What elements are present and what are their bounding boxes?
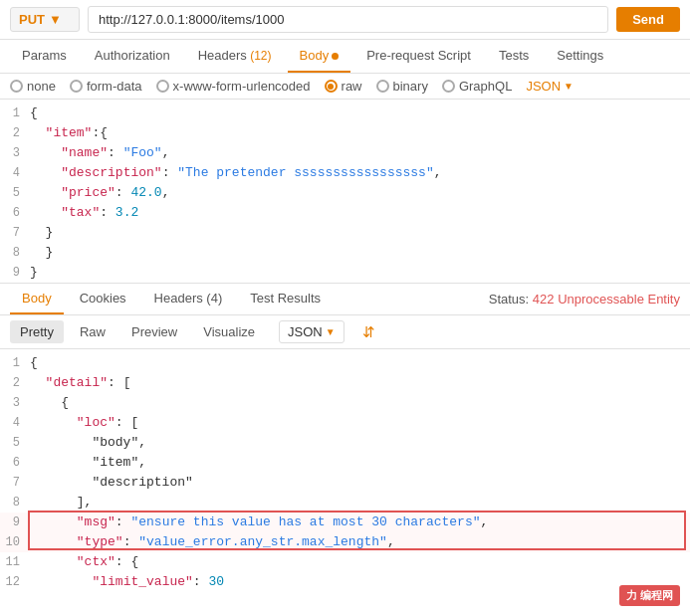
line-num: 8 [0,493,30,513]
code-line: 7 "description" [0,473,690,493]
body-type-label: binary [393,79,428,94]
send-button[interactable]: Send [616,7,680,32]
request-tab-params[interactable]: Params [10,40,79,73]
code-line: 1{ [0,103,690,123]
status-label: Status: [489,292,529,307]
line-content: { [30,103,690,123]
line-content: "item":{ [30,123,690,143]
code-line: 2 "detail": [ [0,373,690,393]
line-num: 2 [0,123,30,143]
body-type-raw[interactable]: raw [325,79,362,94]
url-bar: PUT ▼ Send [0,0,690,40]
line-num: 4 [0,413,30,433]
request-tab-tests[interactable]: Tests [487,40,541,73]
request-tab-authorization[interactable]: Authorization [83,40,182,73]
format-btn-visualize[interactable]: Visualize [193,320,265,343]
body-type-form-data[interactable]: form-data [70,79,142,94]
status-area: Status: 422 Unprocessable Entity [489,292,680,307]
response-format-select[interactable]: JSON▼ [279,320,345,343]
line-num: 7 [0,223,30,243]
line-num: 12 [0,572,30,592]
request-tab-headers[interactable]: Headers (12) [186,40,284,73]
radio-dot [442,80,455,93]
wrap-button[interactable]: ⇵ [356,321,381,343]
line-content: "body", [30,433,690,453]
line-content: { [30,393,690,413]
format-btn-raw[interactable]: Raw [70,320,115,343]
code-line: 5 "body", [0,433,690,453]
line-num: 5 [0,183,30,203]
watermark-icon: ⼒ [626,588,637,603]
json-label: JSON [526,79,561,94]
line-content: "item", [30,453,690,473]
response-tab-body[interactable]: Body [10,284,64,314]
body-type-bar: noneform-datax-www-form-urlencodedrawbin… [0,74,690,100]
code-line: 8 } [0,243,690,263]
highlighted-code-line: 9 "msg": "ensure this value has at most … [0,513,690,532]
line-content: "limit_value": 30 [30,572,690,592]
response-tabs: BodyCookiesHeaders (4)Test Results [10,284,333,314]
line-content: "ctx": { [30,552,690,572]
code-line: 7 } [0,223,690,243]
response-tab-test-results[interactable]: Test Results [238,284,333,314]
response-tab-headers[interactable]: Headers (4) [142,284,235,314]
line-num: 11 [0,552,30,572]
code-line: 4 "description": "The pretender ssssssss… [0,163,690,183]
response-code-area[interactable]: 1{2 "detail": [3 {4 "loc": [5 "body",6 "… [0,349,690,593]
method-select[interactable]: PUT ▼ [10,7,80,32]
radio-dot [156,80,169,93]
line-num: 8 [0,243,30,263]
line-content: "description" [30,473,690,493]
request-code-area[interactable]: 1{2 "item":{3 "name": "Foo",4 "descripti… [0,100,690,284]
response-tab-bar: BodyCookiesHeaders (4)Test Results Statu… [0,284,690,315]
line-num: 4 [0,163,30,183]
line-num: 10 [0,532,30,552]
body-type-x-www-form-urlencoded[interactable]: x-www-form-urlencoded [156,79,311,94]
format-chevron: ▼ [326,326,336,337]
method-label: PUT [19,12,45,27]
line-num: 3 [0,143,30,163]
body-type-label: x-www-form-urlencoded [173,79,311,94]
highlighted-code-line: 10 "type": "value_error.any_str.max_leng… [0,532,690,552]
request-tab-settings[interactable]: Settings [545,40,615,73]
line-content: "name": "Foo", [30,143,690,163]
code-line: 8 ], [0,493,690,513]
body-type-binary[interactable]: binary [376,79,428,94]
url-input[interactable] [88,6,608,33]
line-num: 9 [0,263,30,283]
body-type-none[interactable]: none [10,79,56,94]
body-type-label: form-data [87,79,142,94]
line-content: } [30,592,690,593]
body-type-label: GraphQL [459,79,512,94]
line-content: } [30,223,690,243]
line-num: 1 [0,353,30,373]
radio-dot [10,80,23,93]
line-content: "detail": [ [30,373,690,393]
line-content: "price": 42.0, [30,183,690,203]
request-tab-body[interactable]: Body [288,40,351,73]
line-content: "loc": [ [30,413,690,433]
line-content: } [30,243,690,263]
watermark-text: 编程网 [640,588,673,603]
radio-dot [325,80,338,93]
code-line: 3 "name": "Foo", [0,143,690,163]
line-num: 7 [0,473,30,493]
line-content: { [30,353,690,373]
code-line: 12 "limit_value": 30 [0,572,690,592]
response-tab-cookies[interactable]: Cookies [68,284,138,314]
code-line: 6 "item", [0,453,690,473]
line-num: 1 [0,103,30,123]
format-btn-preview[interactable]: Preview [121,320,187,343]
code-line: 1{ [0,353,690,373]
line-num: 13 [0,592,30,593]
radio-dot [376,80,389,93]
format-btn-pretty[interactable]: Pretty [10,320,64,343]
line-content: "description": "The pretender ssssssssss… [30,163,690,183]
code-line: 11 "ctx": { [0,552,690,572]
body-type-graphql[interactable]: GraphQL [442,79,512,94]
line-content: ], [30,493,690,513]
line-num: 6 [0,203,30,223]
code-line: 4 "loc": [ [0,413,690,433]
request-tab-pre-request-script[interactable]: Pre-request Script [354,40,483,73]
json-select[interactable]: JSON▼ [526,79,574,94]
